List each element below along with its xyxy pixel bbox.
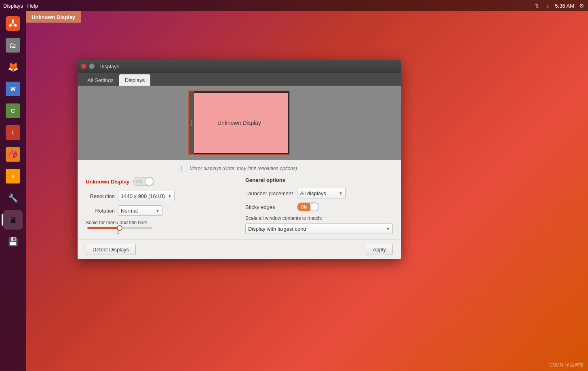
sidebar-item-amazon[interactable]: a bbox=[3, 167, 23, 186]
mirror-label: Mirror displays (Note: may limit resolut… bbox=[190, 166, 297, 171]
scale-label: Scale for menu and title bars: bbox=[86, 220, 233, 226]
firefox-icon: 🦊 bbox=[6, 60, 20, 74]
sidebar-item-files[interactable]: 🗂 bbox=[3, 36, 23, 55]
files-icon: 🗂 bbox=[6, 38, 20, 53]
sidebar-item-ubuntu[interactable] bbox=[3, 14, 23, 33]
dot2 bbox=[191, 122, 192, 124]
watermark: CSDN @西岸贤 bbox=[549, 362, 584, 369]
taskbar-app-button[interactable]: Unknown Display bbox=[26, 11, 81, 23]
display-toggle[interactable]: ON bbox=[133, 177, 154, 186]
scale-all-value: Display with largest contr bbox=[248, 226, 307, 232]
sidebar: 🗂 🦊 W C I 🎒 a 🔧 bbox=[0, 11, 26, 371]
settings-right: General options Launcher placement All d… bbox=[245, 177, 393, 235]
monitor-screen: Unknown Display bbox=[191, 93, 288, 153]
scale-slider[interactable] bbox=[87, 227, 152, 229]
dialog-titlebar: Displays bbox=[78, 60, 401, 73]
dot1 bbox=[191, 120, 192, 121]
scale-all-section: Scale all window contents to match: Disp… bbox=[245, 215, 393, 234]
rotation-select[interactable]: Normal ▼ bbox=[118, 205, 162, 216]
amazon-icon: a bbox=[6, 169, 20, 183]
tab-displays[interactable]: Displays bbox=[119, 74, 150, 86]
tab-all-settings[interactable]: All Settings bbox=[82, 74, 119, 86]
resolution-row: Resolution 1440 x 900 (16:10) ▼ bbox=[86, 191, 233, 201]
scale-slider-track bbox=[87, 227, 120, 229]
theme-icon: 🎒 bbox=[6, 147, 20, 162]
launcher-placement-row: Launcher placement All displays ▼ bbox=[245, 188, 393, 198]
sticky-edges-thumb bbox=[310, 203, 318, 211]
sidebar-item-writer[interactable]: W bbox=[3, 79, 23, 99]
sidebar-item-system[interactable]: 🔧 bbox=[3, 188, 23, 208]
sticky-edges-on-label: ON bbox=[297, 203, 310, 211]
settings-left: Unknown Display ON Resolution 1440 x 900… bbox=[86, 177, 233, 235]
displays-icon: 🖥 bbox=[6, 213, 20, 227]
sticky-edges-label: Sticky edges bbox=[245, 204, 294, 210]
launcher-placement-label: Launcher placement bbox=[245, 190, 294, 196]
topbar-right: ⇅ ♪ 5:36 AM ⚙ bbox=[534, 2, 585, 9]
detect-displays-button[interactable]: Detect Displays bbox=[86, 244, 136, 255]
backup-icon: 💾 bbox=[6, 234, 20, 249]
sticky-edges-row: Sticky edges ON bbox=[245, 202, 393, 211]
monitor-label: Unknown Display bbox=[217, 120, 261, 126]
dialog-settings: Mirror displays (Note: may limit resolut… bbox=[78, 160, 401, 239]
resolution-value: 1440 x 900 (16:10) bbox=[121, 193, 165, 199]
dialog-footer: Detect Displays Apply bbox=[78, 239, 401, 259]
ubuntu-icon bbox=[6, 16, 20, 31]
dialog-tabbar: All Settings Displays bbox=[78, 73, 401, 86]
scale-row: Scale for menu and title bars: 1 bbox=[86, 220, 233, 235]
mirror-checkbox[interactable] bbox=[181, 166, 187, 171]
scale-all-arrow-icon: ▼ bbox=[386, 227, 390, 231]
impress-icon: I bbox=[6, 125, 20, 140]
scale-all-label: Scale all window contents to match: bbox=[245, 215, 393, 221]
monitor-sidebar-strip bbox=[189, 91, 194, 154]
sidebar-item-firefox[interactable]: 🦊 bbox=[3, 57, 23, 77]
monitor-frame[interactable]: Unknown Display bbox=[188, 91, 290, 155]
rotation-value: Normal bbox=[121, 208, 138, 214]
dialog-window: Displays All Settings Displays Unknown D… bbox=[78, 60, 401, 259]
settings-icon[interactable]: ⚙ bbox=[578, 2, 585, 9]
scale-slider-thumb[interactable] bbox=[117, 225, 122, 231]
dialog-title: Displays bbox=[99, 63, 119, 70]
minimize-button[interactable] bbox=[89, 63, 95, 69]
sidebar-item-displays[interactable]: 🖥 bbox=[3, 210, 23, 230]
sidebar-item-calc[interactable]: C bbox=[3, 101, 23, 120]
sidebar-item-theme[interactable]: 🎒 bbox=[3, 145, 23, 164]
display-name-label: Unknown Display bbox=[86, 179, 129, 185]
launcher-placement-value: All displays bbox=[300, 190, 326, 196]
writer-icon: W bbox=[6, 82, 20, 96]
toggle-on-label: ON bbox=[134, 177, 145, 186]
sidebar-item-impress[interactable]: I bbox=[3, 123, 23, 142]
display-name-row: Unknown Display ON bbox=[86, 177, 233, 186]
settings-columns: Unknown Display ON Resolution 1440 x 900… bbox=[86, 177, 393, 235]
sort-icon: ⇅ bbox=[534, 2, 540, 9]
taskbar-app: Unknown Display bbox=[26, 11, 81, 23]
menu-displays[interactable]: Displays bbox=[3, 3, 23, 9]
dot3 bbox=[191, 124, 192, 126]
topbar-menu: Displays Help bbox=[3, 3, 38, 9]
close-button[interactable] bbox=[81, 63, 86, 69]
apply-button[interactable]: Apply bbox=[366, 244, 393, 255]
mirror-row: Mirror displays (Note: may limit resolut… bbox=[86, 166, 393, 171]
general-options-title: General options bbox=[245, 177, 393, 183]
calc-icon: C bbox=[6, 103, 20, 118]
topbar: Displays Help ⇅ ♪ 5:36 AM ⚙ bbox=[0, 0, 588, 11]
rotation-label: Rotation bbox=[86, 208, 115, 214]
launcher-placement-arrow-icon: ▼ bbox=[339, 191, 343, 196]
sticky-edges-toggle[interactable]: ON bbox=[297, 202, 319, 211]
rotation-row: Rotation Normal ▼ bbox=[86, 205, 233, 216]
scale-slider-container bbox=[86, 227, 233, 229]
topbar-left: Displays Help bbox=[3, 3, 38, 9]
rotation-arrow-icon: ▼ bbox=[156, 209, 160, 213]
system-icon: 🔧 bbox=[6, 191, 20, 205]
toggle-thumb bbox=[145, 177, 153, 186]
display-preview: Unknown Display bbox=[78, 86, 401, 160]
menu-help[interactable]: Help bbox=[27, 3, 38, 9]
clock: 5:36 AM bbox=[555, 3, 574, 9]
resolution-select[interactable]: 1440 x 900 (16:10) ▼ bbox=[118, 191, 175, 201]
resolution-label: Resolution bbox=[86, 193, 115, 199]
resolution-arrow-icon: ▼ bbox=[168, 194, 172, 198]
sidebar-item-backup[interactable]: 💾 bbox=[3, 232, 23, 251]
launcher-placement-select[interactable]: All displays ▼ bbox=[297, 188, 346, 198]
volume-icon: ♪ bbox=[544, 2, 551, 9]
scale-all-select[interactable]: Display with largest contr ▼ bbox=[245, 223, 393, 234]
active-indicator bbox=[2, 214, 3, 226]
